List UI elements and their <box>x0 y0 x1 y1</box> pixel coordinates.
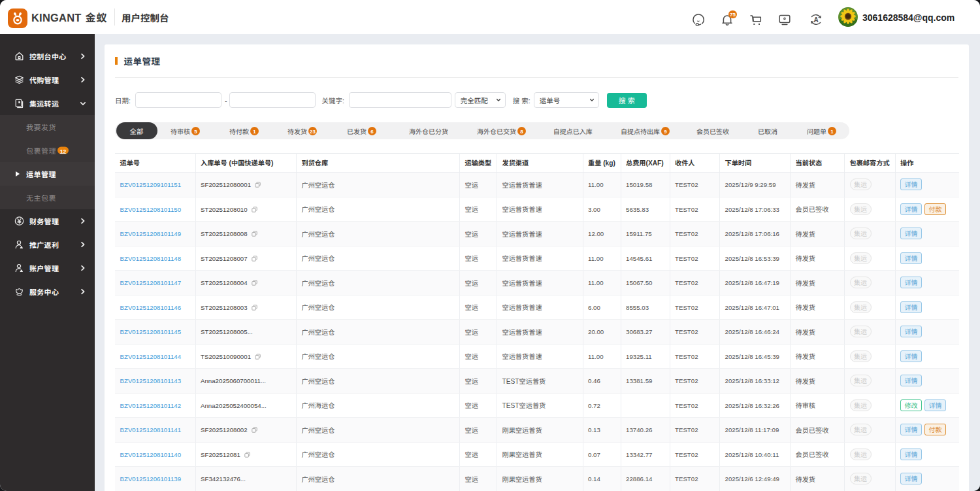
detail-button[interactable]: 详情 <box>900 203 922 215</box>
copy-icon[interactable] <box>252 229 257 235</box>
cell-actions: 详情 <box>895 320 959 345</box>
tab-5[interactable]: 海外仓已交货8 <box>477 126 526 136</box>
sidebar-item-1[interactable]: 代购管理 <box>0 68 95 92</box>
pay-button[interactable]: 付款 <box>924 424 946 435</box>
sidebar-subitem-1[interactable]: 包裹管理12 <box>0 139 95 162</box>
waybill-link[interactable]: BZV01251209101151 <box>120 180 182 189</box>
sidebar-subitem-2[interactable]: 运单管理 <box>0 162 95 186</box>
cell-time: 2025/12/8 17:06:16 <box>720 222 791 246</box>
tab-all[interactable]: 全部 <box>116 122 157 139</box>
copy-icon[interactable] <box>255 180 261 186</box>
tab-9[interactable]: 已取消 <box>758 126 777 136</box>
sidebar-item-0[interactable]: 控制台中心 <box>0 44 95 68</box>
detail-button[interactable]: 详情 <box>924 399 946 411</box>
person-icon <box>14 263 24 273</box>
detail-button[interactable]: 详情 <box>900 424 922 435</box>
copy-icon[interactable] <box>252 254 257 260</box>
inbound-no: ST20251208008 <box>201 229 248 238</box>
table-row-10: BZV01251208101141SF20251208002广州空运仓空运刚果空… <box>115 418 959 443</box>
tab-0[interactable]: 待审核5 <box>171 126 200 136</box>
cell-status: 待发货 <box>791 246 845 271</box>
edit-button[interactable]: 修改 <box>900 399 922 411</box>
tab-7[interactable]: 自提点待出库9 <box>621 126 670 136</box>
copy-icon[interactable] <box>252 205 257 211</box>
waybill-link[interactable]: BZV01251208101140 <box>120 450 182 459</box>
active-pointer-icon <box>16 171 20 177</box>
table-row-7: BZV01251208101144TS202510090001广州空运仓空运空运… <box>115 344 959 369</box>
sidebar-subitem-3[interactable]: 无主包裹 <box>0 186 95 209</box>
language-switch-icon[interactable]: A <box>809 12 823 27</box>
tab-1[interactable]: 待付款1 <box>229 126 259 136</box>
consolidation-pill: 集运 <box>850 449 872 460</box>
detail-button[interactable]: 详情 <box>900 449 922 460</box>
cell-waybill: BZV01251208101149 <box>115 222 195 246</box>
tab-6[interactable]: 自提点已入库 <box>553 126 593 136</box>
detail-button[interactable]: 详情 <box>900 473 922 484</box>
copy-icon[interactable] <box>252 303 257 309</box>
detail-button[interactable]: 详情 <box>900 228 922 239</box>
copy-icon[interactable] <box>252 426 257 432</box>
waybill-link[interactable]: BZV01251208101146 <box>120 303 182 312</box>
detail-button[interactable]: 详情 <box>900 350 922 362</box>
keyword-input[interactable] <box>349 92 451 108</box>
cell-shipping-method: 集运 <box>845 418 896 443</box>
date-from-input[interactable] <box>135 92 221 108</box>
detail-button[interactable]: 详情 <box>900 277 922 288</box>
copy-icon[interactable] <box>255 352 261 358</box>
copy-icon[interactable] <box>244 450 250 456</box>
waybill-link[interactable]: BZV01251208101141 <box>120 425 182 434</box>
cell-transport: 空运 <box>460 295 497 320</box>
detail-button[interactable]: 详情 <box>900 375 922 386</box>
waybill-link[interactable]: BZV01251208101149 <box>120 229 182 238</box>
waybill-link[interactable]: BZV01251208101150 <box>120 205 182 214</box>
sidebar-item-2[interactable]: 集运转运 <box>0 92 95 115</box>
detail-button[interactable]: 详情 <box>900 326 922 337</box>
cell-time: 2025/12/8 16:32:26 <box>720 393 791 418</box>
tab-10[interactable]: 问题单1 <box>807 126 836 136</box>
customer-service-icon[interactable] <box>691 12 706 27</box>
pay-button[interactable]: 付款 <box>924 203 946 215</box>
waybill-link[interactable]: BZV01251208101143 <box>120 376 182 385</box>
brand-logo[interactable] <box>8 8 27 28</box>
copy-icon[interactable] <box>252 279 257 284</box>
workbench-monitor-icon[interactable] <box>777 12 792 27</box>
search-type-select[interactable]: 运单号 <box>534 92 599 108</box>
sidebar-item-6[interactable]: 服务中心 <box>0 280 95 303</box>
waybill-link[interactable]: BZV01251206101139 <box>120 474 182 483</box>
waybill-link[interactable]: BZV01251208101145 <box>120 327 182 336</box>
cell-time: 2025/12/8 16:33:12 <box>720 369 791 394</box>
page-title: 运单管理 <box>124 54 161 67</box>
sidebar-subitem-0[interactable]: 我要发货 <box>0 115 95 139</box>
waybill-link[interactable]: BZV01251208101148 <box>120 254 182 263</box>
waybill-link[interactable]: BZV01251208101147 <box>120 278 182 287</box>
match-mode-select[interactable]: 完全匹配 <box>455 92 506 108</box>
waybill-link[interactable]: BZV01251208101144 <box>120 352 182 361</box>
user-email[interactable]: 3061628584@qq.com <box>862 0 955 34</box>
cell-transport: 空运 <box>460 197 497 222</box>
cell-transport: 空运 <box>460 393 497 418</box>
cell-actions: 详情 <box>895 467 959 491</box>
inbound-no: Anna2025052400054... <box>201 401 267 410</box>
detail-button[interactable]: 详情 <box>900 252 922 264</box>
cell-weight: 11.00 <box>583 173 621 197</box>
cell-warehouse: 广州空运仓 <box>297 467 460 491</box>
waybill-link[interactable]: BZV01251208101142 <box>120 401 182 410</box>
tab-8[interactable]: 会员已签收 <box>696 126 729 136</box>
tab-3[interactable]: 已发货6 <box>347 126 376 136</box>
cart-icon[interactable] <box>749 12 763 27</box>
tab-label: 问题单 <box>807 126 826 136</box>
doc-icon <box>14 99 24 109</box>
search-button[interactable]: 搜 索 <box>607 93 647 108</box>
cell-inbound: SF342132476... <box>195 467 297 491</box>
sidebar-item-3[interactable]: 财务管理 <box>0 209 95 233</box>
detail-button[interactable]: 详情 <box>900 178 922 190</box>
tab-4[interactable]: 海外仓已分货 <box>409 126 448 136</box>
cell-warehouse: 广州空运仓 <box>297 295 460 320</box>
sidebar-item-5[interactable]: 账户管理 <box>0 256 95 280</box>
tab-2[interactable]: 待发货23 <box>287 126 317 136</box>
cell-waybill: BZV01251208101148 <box>115 246 195 271</box>
detail-button[interactable]: 详情 <box>900 301 922 313</box>
date-to-input[interactable] <box>229 92 316 108</box>
user-avatar[interactable] <box>838 7 858 27</box>
sidebar-item-4[interactable]: 推广返利 <box>0 233 95 256</box>
